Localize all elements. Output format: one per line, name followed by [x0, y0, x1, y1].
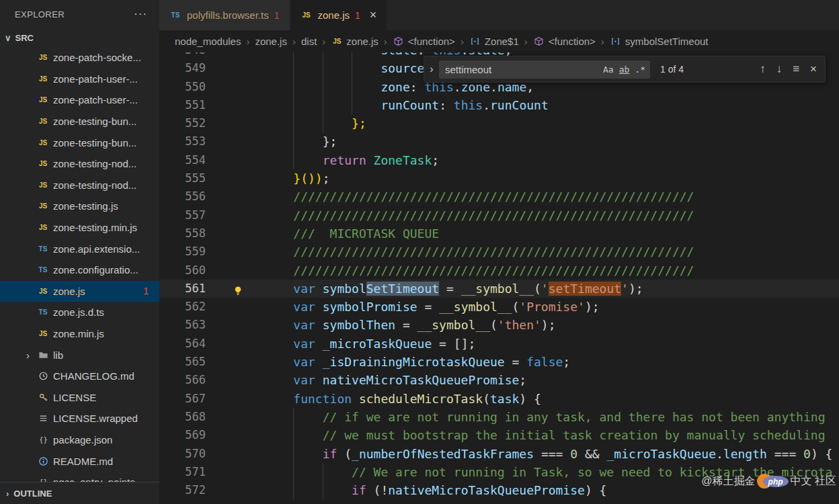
- code-line-565[interactable]: 565var _isDrainingMicrotaskQueue = false…: [159, 353, 839, 371]
- code-line-558[interactable]: 558/// MICROTASK QUEUE: [159, 224, 839, 243]
- code-line-561[interactable]: 561var symbolSetTimeout = __symbol__('se…: [159, 280, 839, 298]
- code-line-552[interactable]: 552};: [159, 114, 839, 132]
- indent-guide: [293, 481, 294, 499]
- code-line-555[interactable]: 555}());: [159, 169, 839, 187]
- file-item[interactable]: JSzone-testing-bun...: [0, 111, 159, 132]
- breadcrumb-item[interactable]: <function>: [393, 36, 455, 48]
- code-line-563[interactable]: 563var symbolThen = __symbol__('then');: [159, 316, 839, 334]
- breadcrumb-item[interactable]: <function>: [533, 36, 596, 48]
- file-item[interactable]: LICENSE: [0, 387, 159, 409]
- watermark-prefix: @稀土掘金: [701, 474, 755, 489]
- code-line-554[interactable]: 554return ZoneTask;: [159, 151, 839, 169]
- code-line-566[interactable]: 566var nativeMicroTaskQueuePromise;: [159, 371, 839, 389]
- glyph-margin: [206, 224, 264, 243]
- find-input[interactable]: settimeout Aa ab .*: [439, 60, 650, 79]
- breadcrumb-separator: ›: [461, 36, 464, 47]
- file-item[interactable]: JSzone.min.js: [0, 323, 159, 345]
- file-label: package.json: [53, 434, 112, 446]
- code-line-557[interactable]: 557/////////////////////////////////////…: [159, 206, 839, 224]
- code-line-567[interactable]: 567function scheduleMicroTask(task) {: [159, 390, 839, 408]
- tab-zone.js[interactable]: JSzone.js1×: [290, 0, 388, 30]
- find-query-text[interactable]: settimeout: [445, 64, 598, 75]
- file-item[interactable]: TSzone.js.d.ts: [0, 302, 159, 323]
- js-icon: JS: [37, 94, 49, 106]
- breadcrumb-item[interactable]: node_modules: [175, 36, 241, 47]
- file-label: CHANGELOG.md: [53, 370, 134, 382]
- code-line-560[interactable]: 560/////////////////////////////////////…: [159, 261, 839, 280]
- tab-polyfills.browser.ts[interactable]: TSpolyfills.browser.ts1: [159, 0, 290, 30]
- more-actions-icon[interactable]: ···: [134, 7, 147, 21]
- file-item[interactable]: JSzone-testing-nod...: [0, 153, 159, 175]
- file-item[interactable]: {}package.json: [0, 429, 159, 451]
- file-item[interactable]: JSzone-testing-nod...: [0, 175, 159, 196]
- indent-guide: [352, 96, 352, 114]
- code-line-551[interactable]: 551runCount: this.runCount: [159, 96, 839, 114]
- glyph-margin: [206, 52, 264, 59]
- code-line-570[interactable]: 570if (_numberOfNestedTaskFrames === 0 &…: [159, 445, 839, 463]
- breadcrumb-item[interactable]: dist: [301, 36, 317, 47]
- file-label: zone.configuratio...: [53, 264, 138, 276]
- file-item[interactable]: JSzone-patch-user-...: [0, 89, 159, 111]
- file-item[interactable]: TSzone.configuratio...: [0, 259, 159, 281]
- breadcrumb-item[interactable]: JSzone.js: [331, 36, 378, 48]
- section-src[interactable]: ∨ SRC: [0, 28, 159, 47]
- file-item[interactable]: CHANGELOG.md: [0, 366, 159, 387]
- file-item[interactable]: LICENSE.wrapped: [0, 408, 159, 429]
- indent-guide: [352, 52, 352, 59]
- lightbulb-icon[interactable]: [233, 283, 243, 294]
- file-item[interactable]: JSzone-testing-bun...: [0, 132, 159, 153]
- file-tree: JSzone-patch-socke...JSzone-patch-user-.…: [0, 47, 159, 482]
- breadcrumb-item[interactable]: symbolSetTimeout: [610, 36, 709, 48]
- line-number: 551: [159, 96, 206, 114]
- file-item[interactable]: README.md: [0, 450, 159, 472]
- file-item[interactable]: {}ngcc_entry_points: [0, 472, 159, 482]
- code-text: return ZoneTask;: [264, 151, 439, 169]
- file-label: zone.js: [53, 286, 85, 297]
- code-line-568[interactable]: 568// if we are not running in any task,…: [159, 408, 839, 426]
- clock-icon: [37, 370, 49, 382]
- toggle-replace-icon[interactable]: ›: [424, 63, 439, 75]
- tab-badge: 1: [355, 10, 360, 21]
- close-find-icon[interactable]: ×: [810, 62, 817, 76]
- match-case-icon[interactable]: Aa: [603, 65, 614, 75]
- whole-word-icon[interactable]: ab: [619, 65, 630, 75]
- breadcrumb-separator: ›: [384, 36, 387, 47]
- js-icon: JS: [37, 158, 49, 170]
- code-line-559[interactable]: 559/////////////////////////////////////…: [159, 243, 839, 261]
- code-line-562[interactable]: 562var symbolPromise = __symbol__('Promi…: [159, 298, 839, 316]
- previous-match-icon[interactable]: ↑: [760, 62, 766, 76]
- indent-guide: [323, 59, 323, 77]
- file-item[interactable]: JSzone-testing.min.js: [0, 217, 159, 239]
- code-text: if (_numberOfNestedTaskFrames === 0 && _…: [264, 445, 832, 463]
- glyph-margin: [206, 96, 264, 114]
- breadcrumb-item[interactable]: zone.js: [255, 36, 287, 47]
- next-match-icon[interactable]: ↓: [776, 62, 783, 76]
- breadcrumb-label: node_modules: [175, 36, 241, 47]
- file-item[interactable]: JSzone.js1: [0, 281, 159, 302]
- regex-icon[interactable]: .*: [635, 65, 645, 75]
- file-item[interactable]: JSzone-patch-socke...: [0, 47, 159, 69]
- glyph-margin: [206, 114, 264, 132]
- code-text: var symbolPromise = __symbol__('Promise'…: [264, 298, 600, 316]
- glyph-margin: [206, 445, 264, 463]
- file-item[interactable]: TSzone.api.extensio...: [0, 238, 159, 259]
- breadcrumb-item[interactable]: Zone$1: [469, 36, 519, 48]
- glyph-margin: [206, 316, 264, 334]
- code-text: // we must bootstrap the initial task cr…: [264, 426, 825, 444]
- watermark: @稀土掘金 php 中文 社区: [701, 473, 836, 489]
- code-line-564[interactable]: 564var _microTaskQueue = [];: [159, 335, 839, 353]
- code-line-556[interactable]: 556/////////////////////////////////////…: [159, 187, 839, 206]
- find-in-selection-icon[interactable]: ≡: [793, 62, 799, 76]
- indent-guide: [293, 151, 294, 169]
- file-label: zone-testing-nod...: [53, 179, 136, 191]
- file-item[interactable]: JSzone-testing.js: [0, 196, 159, 217]
- chevron-right-icon: ›: [6, 489, 9, 499]
- section-outline[interactable]: › OUTLINE: [0, 482, 159, 504]
- code-line-553[interactable]: 553};: [159, 132, 839, 151]
- indent-guide: [323, 78, 323, 96]
- code-line-569[interactable]: 569// we must bootstrap the initial task…: [159, 426, 839, 444]
- indent-guide: [352, 78, 352, 96]
- file-item[interactable]: ›lib: [0, 344, 159, 366]
- close-icon[interactable]: ×: [370, 8, 377, 22]
- file-item[interactable]: JSzone-patch-user-...: [0, 69, 159, 90]
